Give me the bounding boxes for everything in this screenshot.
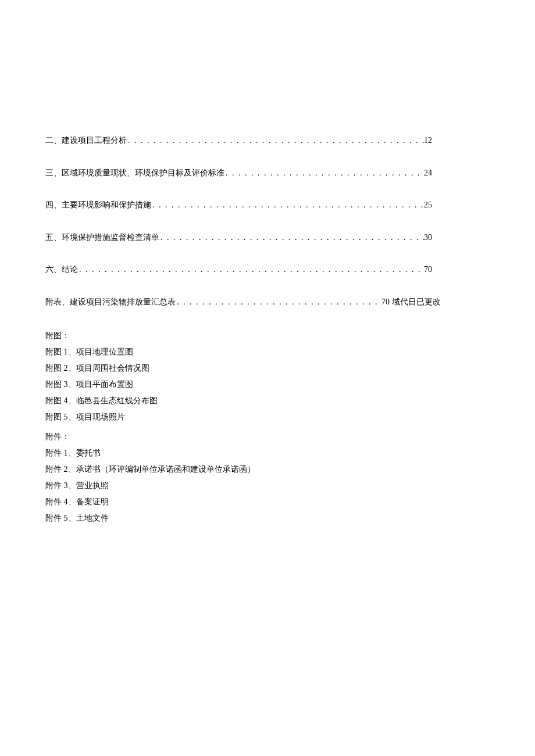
figure-item: 附图 4、临邑县生态红线分布图 [45, 393, 490, 409]
figure-item: 附图 2、项目周围社会情况图 [45, 360, 490, 377]
toc-entry-title: 附表、建设项目污染物排放量汇总表 [45, 296, 176, 308]
toc-leader-dots: . . . . . . . . . . . . . . . . . . . . … [127, 135, 424, 146]
toc-entry: 二、建设项目工程分析 . . . . . . . . . . . . . . .… [45, 135, 432, 146]
toc-leader-dots: . . . . . . . . . . . . . . . . . . . . … [224, 167, 424, 179]
table-of-contents: 二、建设项目工程分析 . . . . . . . . . . . . . . .… [45, 135, 490, 324]
toc-entry: 四、主要环境影响和保护措施 . . . . . . . . . . . . . … [45, 199, 432, 211]
toc-entry-page: 12 [424, 135, 432, 146]
toc-entry-title: 六、结论 [45, 264, 78, 275]
figures-list: 附图： 附图 1、项目地理位置图 附图 2、项目周围社会情况图 附图 3、项目平… [45, 328, 490, 425]
toc-entry-title: 五、环境保护措施监督检查清单 [45, 232, 159, 243]
attachments-heading: 附件： [45, 429, 490, 445]
toc-entry-page: 30 [424, 232, 432, 243]
attachment-item: 附件 4、备案证明 [45, 494, 490, 510]
toc-leader-dots: . . . . . . . . . . . . . . . . . . . . … [78, 264, 424, 275]
toc-entry-title: 二、建设项目工程分析 [45, 135, 127, 146]
toc-leader-dots: . . . . . . . . . . . . . . . . . . . . … [151, 199, 424, 211]
figures-heading: 附图： [45, 328, 490, 344]
figure-item: 附图 5、项目现场照片 [45, 409, 490, 425]
figure-item: 附图 1、项目地理位置图 [45, 344, 490, 360]
toc-entry: 六、结论 . . . . . . . . . . . . . . . . . .… [45, 264, 432, 275]
attachment-item: 附件 2、承诺书（环评编制单位承诺函和建设单位承诺函） [45, 461, 490, 478]
toc-leader-dots: . . . . . . . . . . . . . . . . . . . . … [176, 296, 381, 308]
toc-entry: 三、区域环境质量现状、环境保护目标及评价标准 . . . . . . . . .… [45, 167, 432, 179]
toc-entry-page: 24 [424, 167, 432, 179]
toc-entry-page: 25 [424, 199, 432, 211]
document-page: 二、建设项目工程分析 . . . . . . . . . . . . . . .… [0, 0, 535, 526]
attachment-item: 附件 3、营业执照 [45, 478, 490, 494]
toc-entry: 附表、建设项目污染物排放量汇总表 . . . . . . . . . . . .… [45, 296, 441, 308]
toc-entry-title: 三、区域环境质量现状、环境保护目标及评价标准 [45, 167, 224, 179]
toc-entry-title: 四、主要环境影响和保护措施 [45, 199, 151, 211]
toc-leader-dots: . . . . . . . . . . . . . . . . . . . . … [159, 232, 424, 243]
toc-entry: 五、环境保护措施监督检查清单 . . . . . . . . . . . . .… [45, 232, 432, 243]
toc-entry-suffix: 域代日已更改 [392, 296, 441, 308]
figure-item: 附图 3、项目平面布置图 [45, 377, 490, 393]
attachments-list: 附件： 附件 1、委托书 附件 2、承诺书（环评编制单位承诺函和建设单位承诺函）… [45, 429, 490, 526]
toc-entry-page: 70 [381, 296, 390, 308]
attachment-item: 附件 5、土地文件 [45, 510, 490, 526]
attachment-item: 附件 1、委托书 [45, 445, 490, 461]
toc-entry-page: 70 [424, 264, 432, 275]
